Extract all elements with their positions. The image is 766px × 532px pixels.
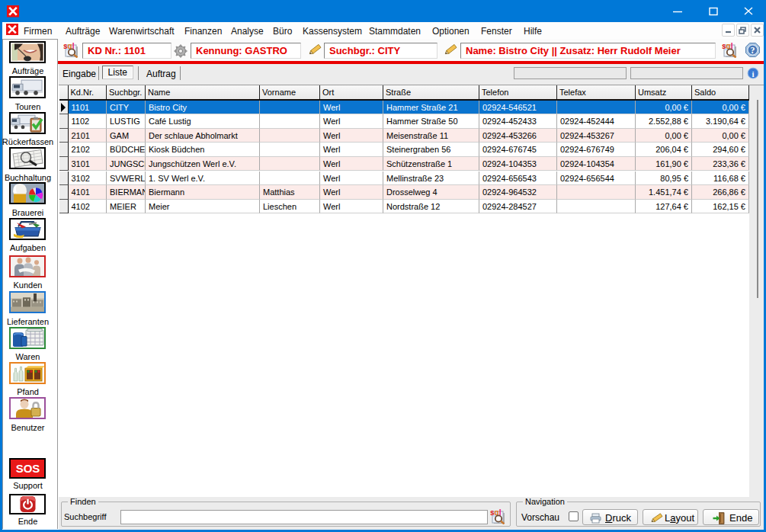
svg-text:SOS: SOS xyxy=(15,463,40,475)
svg-text:?: ? xyxy=(751,45,755,56)
svg-text:i: i xyxy=(752,69,754,79)
